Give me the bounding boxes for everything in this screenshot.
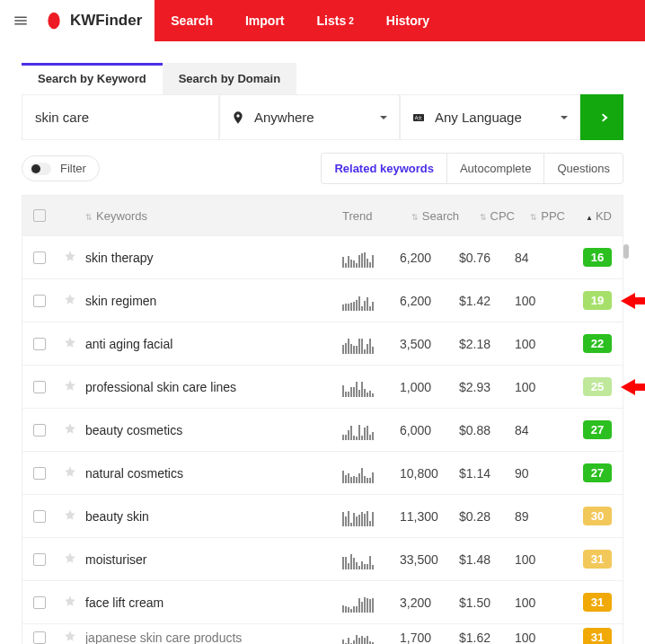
hamburger-icon <box>13 13 29 29</box>
kd-badge: 31 <box>583 628 612 644</box>
search-volume-cell: 6,000 <box>393 423 459 437</box>
sort-icon: ⇅ <box>480 213 487 222</box>
cpc-cell: $1.42 <box>459 294 515 308</box>
kd-badge: 27 <box>583 420 612 439</box>
chevron-down-icon <box>379 110 388 125</box>
sort-icon: ⇅ <box>85 213 93 222</box>
keyword-cell[interactable]: moisturiser <box>85 552 342 567</box>
th-search[interactable]: ⇅Search <box>393 209 459 223</box>
th-kd[interactable]: ▲KD <box>565 209 612 223</box>
keyword-cell[interactable]: professional skin care lines <box>85 380 342 394</box>
search-volume-cell: 11,300 <box>393 509 459 524</box>
row-checkbox[interactable] <box>33 381 46 393</box>
keyword-cell[interactable]: skin regimen <box>85 294 342 308</box>
nav-search[interactable]: Search <box>155 0 229 41</box>
keyword-cell[interactable]: natural cosmetics <box>85 466 342 481</box>
row-checkbox[interactable] <box>33 553 46 566</box>
star-icon[interactable] <box>64 465 85 481</box>
pin-icon <box>231 110 245 125</box>
row-checkbox-cell <box>33 467 64 480</box>
ppc-cell: 100 <box>515 595 565 610</box>
row-checkbox-cell <box>33 553 64 566</box>
keyword-cell[interactable]: beauty skin <box>85 509 342 524</box>
nav-import[interactable]: Import <box>229 0 301 41</box>
tab-autocomplete[interactable]: Autocomplete <box>446 154 544 183</box>
kd-badge: 30 <box>583 507 612 525</box>
tab-related[interactable]: Related keywords <box>322 154 446 183</box>
scrollbar-thumb[interactable] <box>623 244 629 259</box>
filter-label: Filter <box>60 162 86 175</box>
keyword-cell[interactable]: face lift cream <box>85 595 342 610</box>
row-checkbox[interactable] <box>33 631 46 644</box>
table-row: skin therapy6,200$0.768416 <box>22 235 623 278</box>
table-row: beauty cosmetics6,000$0.888427 <box>22 408 623 451</box>
cpc-cell: $1.14 <box>459 466 515 481</box>
tab-search-domain[interactable]: Search by Domain <box>163 63 296 94</box>
star-icon[interactable] <box>64 336 85 351</box>
nav-lists[interactable]: Lists 2 <box>301 0 370 41</box>
search-volume-cell: 3,200 <box>393 595 459 610</box>
th-keywords[interactable]: ⇅Keywords <box>85 209 342 223</box>
row-checkbox-cell <box>33 510 64 523</box>
th-cpc[interactable]: ⇅CPC <box>459 209 515 223</box>
filter-toggle[interactable]: Filter <box>22 155 100 181</box>
star-icon[interactable] <box>64 379 85 394</box>
keyword-mode-tabs: Related keywords Autocomplete Questions <box>321 153 623 184</box>
row-checkbox[interactable] <box>33 510 46 523</box>
kd-cell: 27 <box>565 463 612 482</box>
top-bar: KWFinder Search Import Lists 2 History <box>0 0 645 41</box>
brand[interactable]: KWFinder <box>41 0 155 41</box>
star-icon[interactable] <box>64 595 85 610</box>
cpc-cell: $0.76 <box>459 251 515 265</box>
nav-history[interactable]: History <box>370 0 446 41</box>
ppc-cell: 89 <box>515 509 565 524</box>
kd-cell: 22 <box>565 334 612 353</box>
row-checkbox[interactable] <box>33 251 46 264</box>
kd-badge: 27 <box>583 463 612 482</box>
select-all-checkbox[interactable] <box>33 209 46 222</box>
search-volume-cell: 6,200 <box>393 251 459 265</box>
row-checkbox[interactable] <box>33 596 46 609</box>
sort-icon: ⇅ <box>411 213 419 222</box>
keyword-cell[interactable]: anti aging facial <box>85 337 342 351</box>
location-picker[interactable]: Anywhere <box>219 94 400 140</box>
sort-asc-icon: ▲ <box>586 214 593 222</box>
search-volume-cell: 1,000 <box>393 380 459 394</box>
language-picker[interactable]: A文 Any Language <box>400 94 580 140</box>
kd-badge: 31 <box>583 550 612 569</box>
row-checkbox[interactable] <box>33 424 46 437</box>
keyword-cell[interactable]: beauty cosmetics <box>85 423 342 437</box>
th-ppc[interactable]: ⇅PPC <box>515 209 565 223</box>
star-icon[interactable] <box>64 422 85 437</box>
search-input[interactable] <box>22 94 219 140</box>
nav-lists-badge: 2 <box>349 16 354 26</box>
star-icon[interactable] <box>64 508 85 524</box>
keyword-cell[interactable]: skin therapy <box>85 251 342 265</box>
tab-questions[interactable]: Questions <box>543 154 623 183</box>
row-checkbox[interactable] <box>33 295 46 307</box>
search-volume-cell: 1,700 <box>393 631 459 645</box>
star-icon[interactable] <box>64 551 85 567</box>
th-trend[interactable]: Trend <box>342 209 393 223</box>
menu-button[interactable] <box>0 0 41 41</box>
trend-sparkline <box>342 334 393 354</box>
table-row: natural cosmetics10,800$1.149027 <box>22 451 623 494</box>
star-icon[interactable] <box>64 250 85 265</box>
row-checkbox[interactable] <box>33 338 46 350</box>
search-volume-cell: 33,500 <box>393 552 459 567</box>
keyword-cell[interactable]: japanese skin care products <box>85 631 342 645</box>
search-submit-button[interactable] <box>580 94 623 140</box>
tab-search-keyword[interactable]: Search by Keyword <box>22 63 163 94</box>
table-row: beauty skin11,300$0.288930 <box>22 494 623 537</box>
cpc-cell: $2.93 <box>459 380 515 394</box>
table-row: professional skin care lines1,000$2.9310… <box>22 365 623 408</box>
row-checkbox-cell <box>33 251 64 264</box>
kd-cell: 30 <box>565 507 612 525</box>
toggle-icon <box>30 163 51 175</box>
row-checkbox[interactable] <box>33 467 46 480</box>
star-icon[interactable] <box>64 293 85 308</box>
kd-badge: 31 <box>583 593 612 612</box>
star-icon[interactable] <box>64 630 85 644</box>
row-checkbox-cell <box>33 596 64 609</box>
table-row: japanese skin care products1,700$1.62100… <box>22 623 623 644</box>
